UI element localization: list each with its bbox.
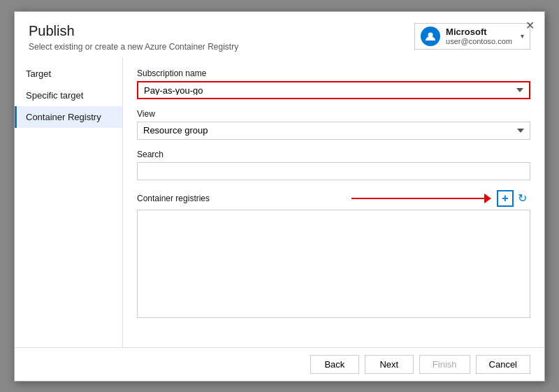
registries-label: Container registries — [137, 194, 210, 203]
avatar — [421, 27, 440, 46]
dialog-subtitle: Select existing or create a new Azure Co… — [29, 42, 238, 52]
account-name: Microsoft — [446, 27, 512, 37]
view-label: View — [137, 109, 530, 119]
registries-section: Container registries + ↻ — [137, 190, 530, 318]
sidebar: Target Specific target Container Registr… — [15, 57, 123, 347]
search-input[interactable] — [137, 162, 530, 180]
view-group: View Resource group — [137, 109, 530, 140]
registries-header: Container registries + ↻ — [137, 190, 530, 207]
next-button[interactable]: Next — [365, 355, 414, 374]
arrow-head-icon — [484, 194, 491, 203]
title-bar: Publish Select existing or create a new … — [15, 12, 544, 57]
subscription-label: Subscription name — [137, 68, 530, 78]
main-content: Subscription name Pay-as-you-go View Res… — [123, 57, 544, 347]
title-section: Publish Select existing or create a new … — [29, 23, 238, 52]
add-registry-button[interactable]: + — [497, 190, 514, 207]
close-button[interactable]: ✕ — [521, 17, 539, 34]
view-select[interactable]: Resource group — [137, 122, 530, 140]
finish-button[interactable]: Finish — [419, 355, 470, 374]
registries-actions: + ↻ — [497, 190, 530, 207]
sidebar-item-target[interactable]: Target — [15, 63, 122, 85]
account-chevron-icon: ▾ — [521, 32, 524, 40]
sidebar-item-container-registry[interactable]: Container Registry — [15, 106, 122, 128]
publish-dialog: ✕ Publish Select existing or create a ne… — [14, 11, 545, 382]
back-button[interactable]: Back — [310, 355, 359, 374]
refresh-button[interactable]: ↻ — [514, 190, 530, 207]
cancel-button[interactable]: Cancel — [476, 355, 530, 374]
arrow-line — [351, 198, 484, 199]
subscription-group: Subscription name Pay-as-you-go — [137, 68, 530, 99]
dialog-title: Publish — [29, 23, 238, 39]
content-area: Target Specific target Container Registr… — [15, 57, 544, 347]
account-email: user@contoso.com — [446, 37, 512, 45]
account-selector[interactable]: Microsoft user@contoso.com ▾ — [414, 23, 530, 50]
account-info: Microsoft user@contoso.com — [446, 27, 512, 45]
footer: Back Next Finish Cancel — [15, 347, 544, 381]
sidebar-item-specific-target[interactable]: Specific target — [15, 85, 122, 106]
search-group: Search — [137, 150, 530, 180]
search-label: Search — [137, 150, 530, 159]
registries-list[interactable] — [137, 210, 530, 318]
subscription-select[interactable]: Pay-as-you-go — [137, 81, 530, 99]
